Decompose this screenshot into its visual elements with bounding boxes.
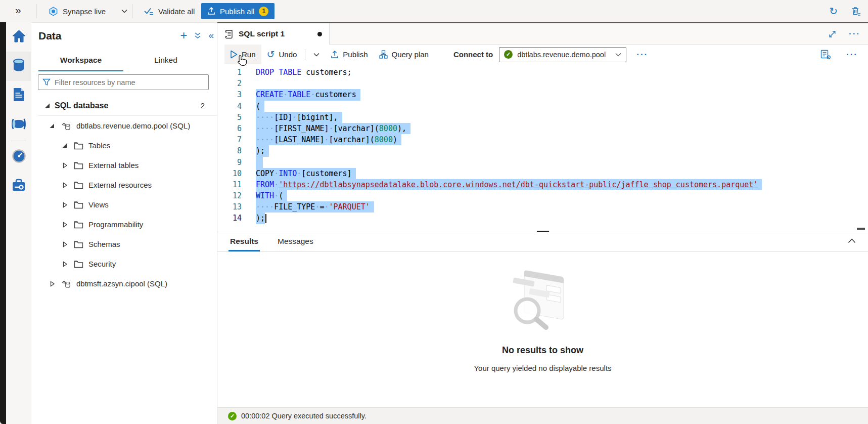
caret-collapsed-icon[interactable]	[62, 261, 68, 267]
publish-icon	[331, 51, 339, 59]
tree-item-label: Programmability	[88, 220, 143, 229]
rail-dark-strip	[0, 22, 6, 424]
properties-icon[interactable]	[820, 50, 831, 60]
rail-item-develop[interactable]	[6, 81, 31, 110]
expand-editor-icon[interactable]	[828, 30, 837, 38]
tab-messages[interactable]: Messages	[276, 237, 315, 251]
sql-editor-region: SQL script 1 ··· Run ↺ Undo	[217, 22, 868, 424]
publish-all-button[interactable]: Publish all 1	[201, 3, 275, 19]
code-line-13[interactable]: 13····FILE_TYPE·=·'PARQUET'	[217, 201, 868, 213]
tree-item-label: dbtlabs.revenue.demo.pool (SQL)	[76, 121, 190, 130]
folder-icon	[74, 161, 83, 169]
tree-item-security[interactable]: Security	[31, 254, 217, 274]
code-line-3[interactable]: 3CREATE·TABLE·customers	[217, 89, 868, 100]
tab-linked[interactable]: Linked	[123, 51, 208, 71]
discard-all-icon[interactable]	[851, 6, 861, 17]
line-content: ····[LAST_NAME]·[varchar](8000)	[256, 134, 401, 145]
line-number: 7	[217, 134, 242, 145]
code-line-2[interactable]: 2	[217, 78, 868, 89]
caret-collapsed-icon[interactable]	[62, 162, 68, 168]
rail-item-monitor[interactable]	[6, 142, 31, 172]
data-icon	[12, 58, 25, 74]
tree-item-schemas[interactable]: Schemas	[31, 234, 217, 254]
line-number: 1	[217, 67, 242, 78]
mode-selector[interactable]: Synapse live	[49, 0, 127, 22]
tree-item-label: Views	[88, 200, 109, 209]
collapse-panel-icon[interactable]: «	[208, 30, 214, 41]
tree-item-dbtmsft-azsyn-cipool-sql[interactable]: dbtmsft.azsyn.cipool (SQL)	[31, 274, 217, 293]
tab-workspace[interactable]: Workspace	[38, 51, 123, 71]
tree-item-label: External resources	[88, 181, 152, 189]
caret-expanded-icon[interactable]	[62, 143, 68, 149]
tab-more-icon[interactable]: ···	[849, 29, 860, 39]
code-editor[interactable]: 1DROP TABLE customers;23CREATE·TABLE·cus…	[217, 64, 868, 232]
code-line-6[interactable]: 6····[FIRST_NAME]·[varchar](8000),	[217, 123, 868, 134]
caret-collapsed-icon[interactable]	[62, 222, 68, 228]
run-label: Run	[242, 50, 256, 59]
undo-button[interactable]: ↺ Undo	[261, 45, 303, 65]
publish-all-label: Publish all	[220, 7, 254, 16]
panel-resize-handle[interactable]	[537, 231, 549, 232]
add-resource-icon[interactable]: +	[180, 30, 187, 40]
caret-collapsed-icon[interactable]	[62, 241, 68, 247]
tree-item-label: Tables	[88, 141, 110, 150]
tab-title: SQL script 1	[239, 29, 312, 38]
validate-all-button[interactable]: Validate all	[144, 0, 195, 22]
tab-sql-script-1[interactable]: SQL script 1	[217, 23, 330, 45]
line-number: 14	[217, 213, 242, 224]
tab-results[interactable]: Results	[229, 237, 260, 251]
run-options-chevron[interactable]	[308, 45, 325, 65]
code-line-9[interactable]: 9	[217, 157, 868, 168]
rail-item-integrate[interactable]	[6, 110, 31, 140]
folder-icon	[74, 201, 83, 209]
run-button[interactable]: Run	[224, 45, 261, 65]
rail-item-home[interactable]	[6, 22, 31, 52]
toolbar-more-icon[interactable]: ···	[636, 50, 648, 60]
caret-expanded-icon[interactable]	[49, 123, 55, 129]
sql-pool-icon	[61, 279, 71, 288]
tree-item-views[interactable]: Views	[31, 195, 217, 215]
code-line-5[interactable]: 5····[ID]·[bigint],	[217, 112, 868, 123]
filter-input[interactable]	[55, 78, 204, 87]
code-line-10[interactable]: 10COPY·INTO·[customers]	[217, 168, 868, 179]
code-line-11[interactable]: 11FROM·'https://dbtlabsynapsedatalake.bl…	[217, 179, 868, 190]
refresh-icon[interactable]: ↻	[829, 5, 838, 17]
rail-item-data[interactable]	[6, 52, 31, 81]
caret-collapsed-icon[interactable]	[49, 281, 55, 287]
editor-more-icon[interactable]: ···	[846, 50, 858, 60]
divider	[305, 49, 305, 60]
caret-collapsed-icon[interactable]	[62, 182, 68, 188]
tree-item-programmability[interactable]: Programmability	[31, 215, 217, 234]
tree-item-external-tables[interactable]: External tables	[31, 155, 217, 175]
double-chevron-down-icon[interactable]	[194, 32, 201, 39]
caret-collapsed-icon[interactable]	[62, 202, 68, 208]
publish-button[interactable]: Publish	[325, 45, 373, 65]
tree-item-tables[interactable]: Tables	[31, 136, 217, 155]
line-number: 3	[217, 89, 242, 100]
rail-item-manage[interactable]	[6, 172, 31, 201]
pool-dropdown[interactable]: ✓ dbtlabs.revenue.demo.pool	[499, 47, 626, 62]
code-line-7[interactable]: 7····[LAST_NAME]·[varchar](8000)	[217, 134, 868, 145]
divider	[36, 4, 37, 18]
code-line-4[interactable]: 4(	[217, 101, 868, 112]
filter-box[interactable]	[38, 74, 209, 90]
validate-check-icon	[144, 7, 154, 16]
sql-script-icon	[224, 29, 234, 39]
folder-icon	[74, 221, 83, 229]
status-message: 00:00:02 Query executed successfully.	[241, 412, 367, 420]
results-empty-state: No results to show Your query yielded no…	[217, 252, 868, 407]
collapse-results-icon[interactable]	[848, 238, 856, 243]
tree-item-dbtlabs-revenue-demo-pool-sql[interactable]: dbtlabs.revenue.demo.pool (SQL)	[31, 116, 217, 136]
code-line-8[interactable]: 8);	[217, 145, 868, 156]
code-line-12[interactable]: 12WITH·(	[217, 190, 868, 201]
manage-icon	[12, 179, 26, 194]
code-line-14[interactable]: 14);	[217, 213, 868, 224]
tree-item-external-resources[interactable]: External resources	[31, 175, 217, 195]
line-number: 11	[217, 179, 242, 190]
expand-breadcrumb-icon[interactable]: »	[15, 4, 21, 16]
scrollbar-mark[interactable]	[857, 228, 865, 230]
code-line-1[interactable]: 1DROP TABLE customers;	[217, 67, 868, 78]
query-plan-button[interactable]: Query plan	[374, 45, 434, 65]
tree-item-sql-database[interactable]: SQL database 2	[31, 96, 217, 115]
caret-expanded-icon[interactable]	[44, 103, 51, 109]
